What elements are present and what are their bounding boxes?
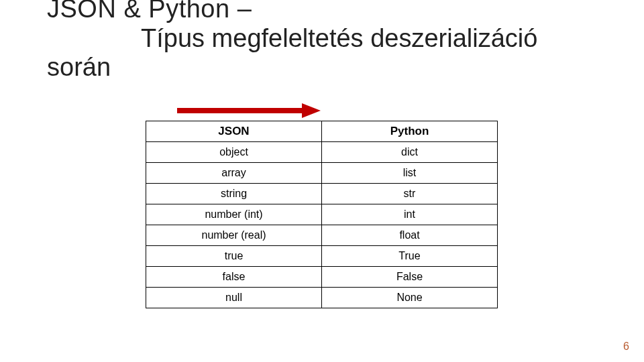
title-line-1: JSON & Python – bbox=[47, 0, 597, 24]
cell-json: null bbox=[146, 288, 322, 308]
table-row: trueTrue bbox=[146, 246, 498, 267]
table-row: number (real)float bbox=[146, 225, 498, 246]
type-mapping-table: JSON Python objectdictarrayliststringstr… bbox=[146, 121, 498, 308]
cell-json: number (real) bbox=[146, 225, 322, 246]
table-row: nullNone bbox=[146, 288, 498, 308]
header-json: JSON bbox=[146, 121, 322, 142]
header-python: Python bbox=[322, 121, 498, 142]
cell-python: str bbox=[322, 184, 498, 204]
table-row: stringstr bbox=[146, 184, 498, 204]
arrow-right-icon bbox=[174, 101, 322, 121]
cell-json: object bbox=[146, 142, 322, 163]
cell-python: list bbox=[322, 163, 498, 184]
cell-json: false bbox=[146, 267, 322, 288]
cell-python: True bbox=[322, 246, 498, 267]
slide-title: JSON & Python – Típus megfeleltetés desz… bbox=[47, 0, 597, 82]
page-number: 6 bbox=[623, 341, 629, 353]
cell-python: int bbox=[322, 204, 498, 225]
cell-json: array bbox=[146, 163, 322, 184]
table-row: falseFalse bbox=[146, 267, 498, 288]
title-line-3: során bbox=[47, 53, 597, 82]
table-header-row: JSON Python bbox=[146, 121, 498, 142]
cell-python: False bbox=[322, 267, 498, 288]
cell-json: true bbox=[146, 246, 322, 267]
table-row: objectdict bbox=[146, 142, 498, 163]
table-row: number (int)int bbox=[146, 204, 498, 225]
svg-marker-1 bbox=[302, 103, 321, 118]
cell-python: None bbox=[322, 288, 498, 308]
cell-python: float bbox=[322, 225, 498, 246]
cell-json: number (int) bbox=[146, 204, 322, 225]
cell-json: string bbox=[146, 184, 322, 204]
table-row: arraylist bbox=[146, 163, 498, 184]
title-line-2: Típus megfeleltetés deszerializáció bbox=[47, 24, 597, 54]
cell-python: dict bbox=[322, 142, 498, 163]
